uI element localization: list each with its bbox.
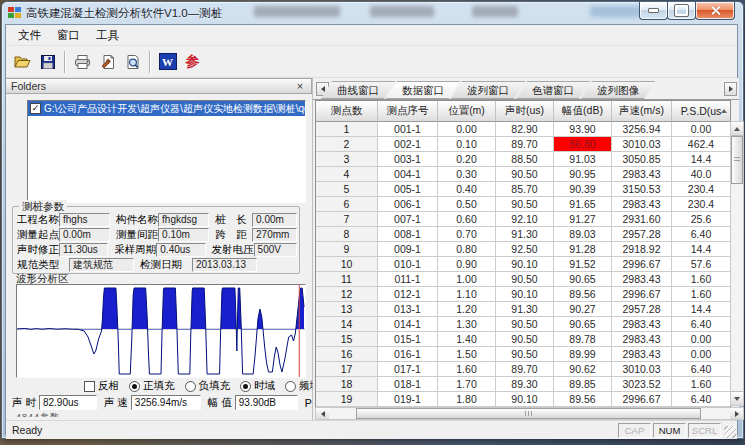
- column-header[interactable]: 幅值(dB): [554, 101, 612, 122]
- word-report-button[interactable]: W: [155, 50, 180, 74]
- waveform-area[interactable]: [16, 284, 306, 378]
- radio-icon: [240, 381, 251, 392]
- file-list[interactable]: ✓ G:\公司产品设计开发\超声仪器\超声仪实地检测数据\测桩\qd\qd03\…: [27, 100, 306, 203]
- folders-panel-header: Folders ×: [6, 78, 312, 94]
- table-row[interactable]: 17017-11.6089.7090.623010.036.40: [316, 362, 730, 377]
- save-button[interactable]: [35, 50, 60, 74]
- table-row[interactable]: 11011-11.0090.5090.652983.431.60: [316, 272, 730, 287]
- menu-item[interactable]: 文件: [10, 26, 49, 45]
- table-row[interactable]: 3003-10.2088.5091.033050.8514.4: [316, 152, 730, 167]
- folders-panel: Folders × ✓ G:\公司产品设计开发\超声仪器\超声仪实地检测数据\测…: [6, 78, 313, 420]
- table-row[interactable]: 19019-11.8090.1089.562996.676.40: [316, 392, 730, 407]
- param-row: 工程名称fhghs构件名称fhgkdsg桩 长0.00m: [17, 212, 297, 227]
- radio-正填充[interactable]: 正填充: [129, 379, 175, 393]
- resize-grip-icon[interactable]: [724, 426, 736, 438]
- scroll-up-button[interactable]: [731, 122, 743, 136]
- redaction-smudge: [254, 6, 340, 17]
- table-row[interactable]: 9009-10.8092.5091.282918.9214.4: [316, 242, 730, 257]
- data-cell: 91.52: [554, 257, 612, 272]
- print-preview-button[interactable]: [120, 50, 145, 74]
- data-cell: 010-1: [378, 257, 438, 272]
- column-header[interactable]: 测点数: [316, 101, 378, 122]
- data-cell: 91.03: [554, 152, 612, 167]
- radio-时域[interactable]: 时域: [240, 379, 275, 393]
- table-row[interactable]: 10010-10.9090.1091.522996.6757.6: [316, 257, 730, 272]
- vertical-scroll-thumb[interactable]: [731, 136, 743, 184]
- param-field: 0.10m: [158, 228, 209, 242]
- table-row[interactable]: 8008-10.7091.3089.032957.286.40: [316, 227, 730, 242]
- column-header[interactable]: 声时(us): [496, 101, 554, 122]
- tab-曲线窗口[interactable]: 曲线窗口: [321, 81, 395, 99]
- radio-负填充[interactable]: 负填充: [185, 379, 231, 393]
- table-row[interactable]: 2002-10.1089.7086.803010.03462.4: [316, 137, 730, 152]
- data-cell: 2957.28: [612, 227, 672, 242]
- data-cell: 91.28: [554, 242, 612, 257]
- parameters-button[interactable]: 参: [180, 50, 205, 74]
- status-message: Ready: [6, 424, 616, 436]
- data-cell: 3256.94: [612, 122, 672, 137]
- data-cell: 90.27: [554, 302, 612, 317]
- column-header[interactable]: 声速(m/s): [612, 101, 672, 122]
- readout-value[interactable]: 93.90dB: [235, 395, 298, 410]
- maximize-button[interactable]: [667, 2, 696, 20]
- export-report-button[interactable]: [95, 50, 120, 74]
- data-cell: 2983.43: [612, 332, 672, 347]
- readout-value[interactable]: 3256.94m/s: [131, 395, 201, 410]
- column-header[interactable]: P.S.D(us: [672, 101, 730, 122]
- tab-色谱窗口[interactable]: 色谱窗口: [516, 81, 590, 99]
- horizontal-scroll-thumb[interactable]: [356, 408, 701, 419]
- data-cell: 2983.43: [612, 317, 672, 332]
- invert-checkbox[interactable]: 反相: [84, 379, 119, 393]
- toolbar-separator: [149, 51, 151, 73]
- tab-波列窗口[interactable]: 波列窗口: [451, 81, 525, 99]
- close-button[interactable]: [695, 2, 735, 20]
- folders-close-button[interactable]: ×: [294, 80, 306, 92]
- readout-label: 幅 值: [208, 396, 232, 410]
- table-row[interactable]: 1001-10.0082.9093.903256.940.00: [316, 122, 730, 137]
- menu-item[interactable]: 窗口: [49, 26, 88, 45]
- open-file-button[interactable]: [10, 50, 35, 74]
- minimize-button[interactable]: [639, 2, 668, 20]
- table-row[interactable]: 18018-11.7089.3089.853023.521.60: [316, 377, 730, 392]
- menu-item[interactable]: 工具: [88, 26, 127, 45]
- table-row[interactable]: 15015-11.4090.5089.782983.430.00: [316, 332, 730, 347]
- file-checkbox[interactable]: ✓: [30, 103, 41, 114]
- wave-controls: 反相正填充负填充时域频域: [84, 379, 310, 393]
- tab-scroll-right-button[interactable]: [724, 82, 737, 96]
- table-row[interactable]: 13013-11.2091.3090.272957.2814.4: [316, 302, 730, 317]
- table-row[interactable]: 14014-11.3090.5090.652983.436.40: [316, 317, 730, 332]
- radio-icon: [185, 381, 196, 392]
- data-cell: 90.10: [496, 257, 554, 272]
- readout-value[interactable]: 82.90us: [39, 395, 97, 410]
- file-path: G:\公司产品设计开发\超声仪器\超声仪实地检测数据\测桩\qd\qd03\qd…: [44, 102, 305, 116]
- table-row[interactable]: 7007-10.6092.1091.272931.6025.6: [316, 212, 730, 227]
- file-list-item[interactable]: ✓ G:\公司产品设计开发\超声仪器\超声仪实地检测数据\测桩\qd\qd03\…: [28, 101, 305, 116]
- table-row[interactable]: 4004-10.3090.5090.952983.4340.0: [316, 167, 730, 182]
- table-row[interactable]: 5005-10.4085.7090.393150.53230.4: [316, 182, 730, 197]
- data-cell: 1.20: [438, 302, 496, 317]
- vertical-scrollbar[interactable]: [730, 121, 744, 406]
- table-row[interactable]: 6006-10.5090.5091.652983.43230.4: [316, 197, 730, 212]
- print-button[interactable]: [70, 50, 95, 74]
- tab-波列图像[interactable]: 波列图像: [581, 81, 655, 99]
- scroll-right-button[interactable]: [730, 408, 743, 419]
- param-label: 声时修正: [17, 243, 59, 257]
- tab-数据窗口[interactable]: 数据窗口: [386, 81, 460, 99]
- column-header[interactable]: 位置(m): [438, 101, 496, 122]
- toolbar: W 参: [6, 46, 737, 78]
- window-title: 高铁建混凝土检测分析软件V1.0—测桩: [26, 6, 222, 21]
- scroll-left-button[interactable]: [316, 408, 329, 419]
- scroll-down-button[interactable]: [731, 391, 743, 405]
- data-cell: 14.4: [672, 242, 730, 257]
- table-row[interactable]: 16016-11.5090.5089.992983.430.00: [316, 347, 730, 362]
- horizontal-scrollbar[interactable]: [315, 407, 744, 420]
- row-number-cell: 4: [316, 167, 378, 182]
- data-cell: 2983.43: [612, 347, 672, 362]
- parameters-icon: 参: [186, 53, 200, 71]
- tab-items: 曲线窗口数据窗口波列窗口色谱窗口波列图像: [330, 81, 655, 99]
- param-label: 测量间距: [116, 228, 158, 242]
- table-row[interactable]: 12012-11.1090.1089.562996.671.60: [316, 287, 730, 302]
- right-triangle-icon: [735, 411, 739, 417]
- column-header[interactable]: 测点序号: [378, 101, 438, 122]
- param-label: 构件名称: [116, 213, 158, 227]
